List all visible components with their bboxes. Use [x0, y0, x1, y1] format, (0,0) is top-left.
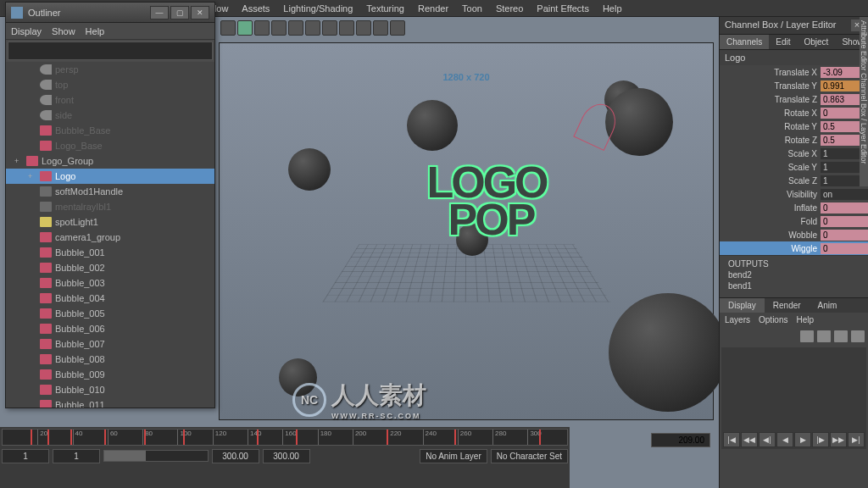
minimize-icon[interactable]: —: [150, 6, 169, 19]
vt-btn[interactable]: [254, 20, 270, 36]
outliner-item-logobase[interactable]: Logo_Base: [6, 138, 214, 153]
channel-attr-translatez[interactable]: Translate Z0.863: [720, 92, 868, 106]
outliner-item-bubblebase[interactable]: Bubble_Base: [6, 123, 214, 138]
channel-attr-inflate[interactable]: Inflate0: [720, 201, 868, 214]
outliner-item-bubble008[interactable]: Bubble_008: [6, 352, 214, 367]
channel-attr-rotatey[interactable]: Rotate Y0.5: [720, 119, 868, 133]
layer-icon[interactable]: [851, 330, 865, 342]
vt-btn[interactable]: [288, 20, 303, 36]
char-set-status[interactable]: No Character Set: [491, 449, 568, 463]
channel-attr-fold[interactable]: Fold0: [720, 214, 868, 228]
menu-lightingshading[interactable]: Lighting/Shading: [276, 2, 359, 15]
layer-icon[interactable]: [834, 330, 848, 342]
timeline[interactable]: 2040608010012014016018020022024026028030…: [2, 429, 568, 446]
outliner-item-front[interactable]: front: [6, 92, 214, 108]
channel-attr-wiggle[interactable]: Wiggle0: [720, 241, 868, 255]
menu-painteffects[interactable]: Paint Effects: [530, 2, 596, 15]
rewind-start-button[interactable]: |◀: [723, 432, 740, 447]
outliner-item-logo[interactable]: +Logo: [6, 169, 214, 184]
vt-btn[interactable]: [305, 20, 320, 36]
channel-attr-translatey[interactable]: Translate Y0.991: [720, 79, 868, 92]
outliner-item-bubble005[interactable]: Bubble_005: [6, 306, 214, 321]
output-bend1[interactable]: bend1: [725, 280, 863, 291]
outliner-item-softmod1handle[interactable]: softMod1Handle: [6, 184, 214, 199]
menu-assets[interactable]: Assets: [235, 2, 276, 15]
anim-layer-status[interactable]: No Anim Layer: [420, 449, 487, 463]
vt-btn[interactable]: [339, 20, 354, 36]
viewport-3d[interactable]: 1280 x 720 LOGO POP: [219, 42, 714, 420]
outliner-item-bubble006[interactable]: Bubble_006: [6, 321, 214, 336]
output-bend2[interactable]: bend2: [725, 269, 863, 280]
maximize-icon[interactable]: ▢: [170, 6, 189, 19]
channel-attr-scalez[interactable]: Scale Z1: [720, 174, 868, 187]
side-tab-attribute-editor[interactable]: Attribute Editor Channel Box / Layer Edi…: [860, 17, 868, 186]
outliner-item-bubble003[interactable]: Bubble_003: [6, 275, 214, 291]
channel-tab-edit[interactable]: Edit: [769, 35, 797, 49]
outliner-item-top[interactable]: top: [6, 77, 214, 92]
outliner-item-bubble010[interactable]: Bubble_010: [6, 382, 214, 397]
channel-attr-visibility[interactable]: Visibilityon: [720, 187, 868, 201]
vt-btn[interactable]: [271, 20, 287, 36]
layer-icon[interactable]: [817, 330, 831, 342]
outliner-item-spotlight1[interactable]: spotLight1: [6, 214, 214, 230]
outliner-item-bubble001[interactable]: Bubble_001: [6, 245, 214, 260]
channel-attr-rotatex[interactable]: Rotate X0: [720, 106, 868, 119]
layer-tab-anim[interactable]: Anim: [810, 298, 846, 313]
channel-tab-channels[interactable]: Channels: [720, 35, 769, 49]
menu-help[interactable]: Help: [596, 2, 629, 15]
vt-btn[interactable]: [220, 20, 236, 36]
channel-object-name[interactable]: Logo: [720, 50, 868, 65]
vt-btn[interactable]: [237, 20, 253, 36]
play-forward-button[interactable]: ▶: [794, 432, 811, 447]
vt-btn[interactable]: [356, 20, 371, 36]
outliner-item-side[interactable]: side: [6, 108, 214, 123]
range-outer-end-field[interactable]: [263, 449, 310, 463]
outliner-menu-display[interactable]: Display: [11, 26, 42, 36]
step-forward-button[interactable]: ▶▶: [830, 432, 847, 447]
outliner-item-bubble007[interactable]: Bubble_007: [6, 336, 214, 352]
layer-tab-render[interactable]: Render: [765, 298, 810, 313]
outliner-item-bubble009[interactable]: Bubble_009: [6, 367, 214, 382]
channel-attr-scalex[interactable]: Scale X1: [720, 147, 868, 160]
menu-render[interactable]: Render: [411, 2, 455, 15]
range-track[interactable]: [103, 450, 209, 462]
outliner-menu-show[interactable]: Show: [52, 26, 75, 36]
layer-menu-options[interactable]: Options: [759, 315, 787, 324]
outliner-item-logogroup[interactable]: +Logo_Group: [6, 153, 214, 169]
outliner-item-bubble002[interactable]: Bubble_002: [6, 260, 214, 275]
range-start-field[interactable]: [2, 449, 49, 463]
next-frame-button[interactable]: |▶: [812, 432, 829, 447]
vt-btn[interactable]: [373, 20, 388, 36]
layer-tab-display[interactable]: Display: [720, 298, 765, 313]
outliner-menu-help[interactable]: Help: [86, 26, 105, 36]
channel-tab-object[interactable]: Object: [798, 35, 836, 49]
prev-frame-button[interactable]: ◀|: [759, 432, 776, 447]
outliner-item-bubble004[interactable]: Bubble_004: [6, 291, 214, 306]
layer-menu-layers[interactable]: Layers: [725, 315, 750, 324]
play-back-button[interactable]: ◀: [776, 432, 793, 447]
menu-toon[interactable]: Toon: [455, 2, 489, 15]
step-back-button[interactable]: ◀◀: [741, 432, 758, 447]
current-frame-field[interactable]: [651, 433, 710, 447]
outliner-item-persp[interactable]: persp: [6, 62, 214, 77]
channel-attr-scaley[interactable]: Scale Y1: [720, 160, 868, 174]
outliner-item-camera1group[interactable]: camera1_group: [6, 230, 214, 245]
outliner-titlebar[interactable]: Outliner — ▢ ✕: [6, 3, 214, 23]
outliner-list[interactable]: persptopfrontsideBubble_BaseLogo_Base+Lo…: [6, 62, 214, 408]
outliner-search-input[interactable]: [8, 42, 213, 60]
channel-attr-wobble[interactable]: Wobble0: [720, 228, 868, 241]
channel-attr-translatex[interactable]: Translate X-3.09: [720, 65, 868, 79]
vt-btn[interactable]: [322, 20, 337, 36]
outliner-item-mentalrayibl1[interactable]: mentalrayIbl1: [6, 199, 214, 214]
vt-btn[interactable]: [390, 20, 405, 36]
layer-menu-help[interactable]: Help: [796, 315, 814, 324]
channel-attr-rotatez[interactable]: Rotate Z0.5: [720, 133, 868, 147]
forward-end-button[interactable]: ▶|: [848, 432, 865, 447]
menu-texturing[interactable]: Texturing: [359, 2, 411, 15]
range-end-field[interactable]: [212, 449, 259, 463]
layer-icon[interactable]: [800, 330, 814, 342]
close-icon[interactable]: ✕: [191, 6, 209, 19]
outliner-item-bubble011[interactable]: Bubble_011: [6, 397, 214, 408]
range-inner-start-field[interactable]: [53, 449, 100, 463]
menu-stereo[interactable]: Stereo: [489, 2, 530, 15]
